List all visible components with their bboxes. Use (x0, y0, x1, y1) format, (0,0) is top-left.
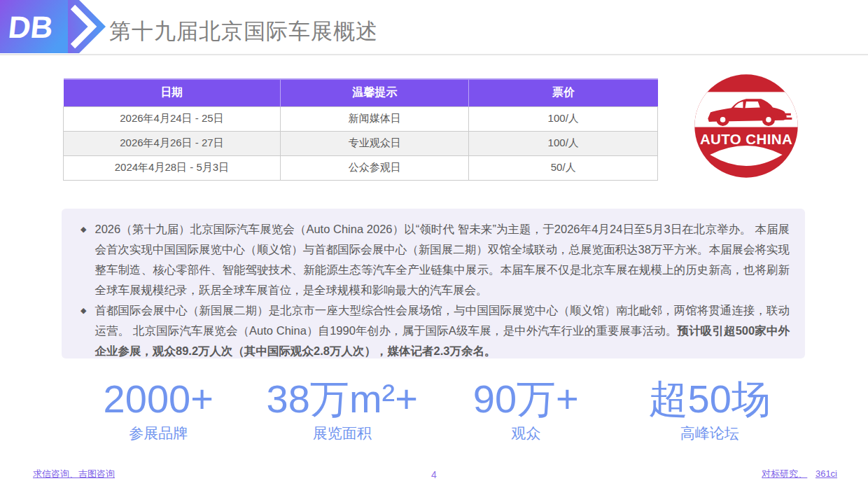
overview-box: ◆ 2026（第十九届）北京国际汽车展览会（Auto China 2026）以“… (62, 209, 805, 358)
cell-tip: 新闻媒体日 (280, 106, 469, 131)
stat-visitors: 90万+ 观众 (434, 377, 618, 443)
slide: DB 第十九届北京国际车展概述 日期 温馨提示 票价 2026年4月24日 - … (0, 0, 868, 488)
cell-price: 50/人 (469, 155, 658, 180)
column-header-price: 票价 (469, 79, 658, 106)
brand-logo: DB (0, 0, 112, 53)
bullet-text: 2026（第十九届）北京国际汽车展览会（Auto China 2026）以“领时… (94, 219, 790, 300)
table-header-row: 日期 温馨提示 票价 (64, 79, 658, 106)
cell-price: 100/人 (469, 106, 658, 131)
footer-right-links: 对标研究、 361ci (762, 468, 837, 480)
diamond-bullet-icon: ◆ (78, 300, 86, 321)
stat-value: 90万+ (434, 377, 618, 421)
logo-letters: DB (7, 10, 55, 44)
cell-tip: 专业观众日 (280, 131, 469, 155)
stat-label: 展览面积 (251, 424, 435, 443)
diamond-bullet-icon: ◆ (78, 219, 86, 239)
cell-price: 100/人 (469, 131, 658, 155)
stat-forums: 超50场 高峰论坛 (618, 377, 802, 443)
stat-value: 38万m²+ (251, 377, 435, 421)
header-divider (0, 54, 868, 55)
stat-exhibitor-brands: 2000+ 参展品牌 (66, 377, 251, 443)
table-row: 2026年4月26日 - 27日 专业观众日 100/人 (64, 131, 658, 155)
cell-tip: 公众参观日 (280, 155, 469, 180)
overview-bullet-2: ◆ 首都国际会展中心（新国展二期）是北京市一座大型综合性会展场馆，与中国国际展览… (78, 300, 790, 361)
stats-row: 2000+ 参展品牌 38万m²+ 展览面积 90万+ 观众 超50场 高峰论坛 (66, 377, 802, 443)
overview-bullet-1: ◆ 2026（第十九届）北京国际汽车展览会（Auto China 2026）以“… (78, 219, 790, 300)
page-number: 4 (0, 469, 868, 480)
ticket-table: 日期 温馨提示 票价 2026年4月24日 - 25日 新闻媒体日 100/人 … (63, 78, 658, 181)
column-header-date: 日期 (64, 79, 281, 106)
stat-label: 高峰论坛 (618, 424, 802, 443)
table-row: 2026年4月24日 - 25日 新闻媒体日 100/人 (64, 106, 658, 131)
cell-date: 2026年4月26日 - 27日 (64, 131, 281, 155)
footer-link-benchmark[interactable]: 对标研究、 (762, 468, 807, 479)
column-header-tip: 温馨提示 (280, 79, 469, 106)
bullet-text: 首都国际会展中心（新国展二期）是北京市一座大型综合性会展场馆，与中国国际展览中心… (94, 300, 790, 361)
auto-china-badge: AUTO CHINA (692, 73, 801, 179)
cell-date: 2026年4月24日 - 25日 (64, 106, 281, 131)
stat-value: 2000+ (66, 377, 251, 421)
page-title: 第十九届北京国际车展概述 (109, 17, 378, 46)
stat-value: 超50场 (618, 377, 802, 421)
badge-label: AUTO CHINA (700, 131, 792, 147)
table-row: 2024年4月28日 - 5月3日 公众参观日 50/人 (64, 155, 658, 180)
stat-label: 参展品牌 (66, 424, 251, 443)
footer-link-361ci[interactable]: 361ci (816, 468, 837, 479)
stat-label: 观众 (434, 424, 618, 443)
cell-date: 2024年4月28日 - 5月3日 (64, 155, 281, 180)
stat-exhibition-area: 38万m²+ 展览面积 (251, 377, 435, 443)
